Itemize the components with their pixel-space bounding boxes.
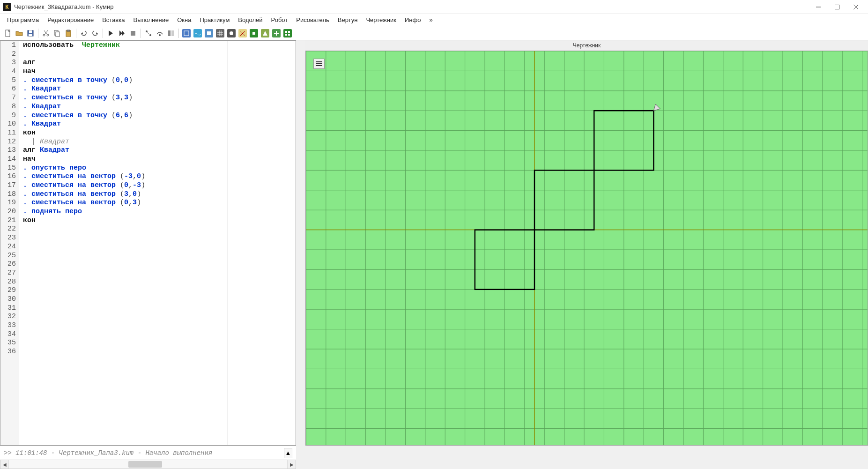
svg-rect-43	[285, 34, 287, 36]
status-bar: >> 11:01:48 - Чертежник_Папа3.kum - Нача…	[0, 446, 296, 460]
line-gutter: 1234567891011121314151617181920212223242…	[0, 41, 19, 445]
svg-point-34	[230, 31, 233, 35]
menu-item-11[interactable]: Инфо	[401, 15, 425, 25]
svg-rect-26	[168, 30, 171, 36]
menu-item-1[interactable]: Редактирование	[43, 15, 98, 25]
svg-marker-19	[109, 30, 113, 36]
copy-icon[interactable]	[52, 28, 62, 38]
scroll-thumb[interactable]	[128, 461, 162, 468]
menu-item-5[interactable]: Практикум	[195, 15, 234, 25]
redo-icon[interactable]	[90, 28, 100, 38]
menu-item-4[interactable]: Окна	[173, 15, 195, 25]
run-icon[interactable]	[105, 28, 116, 38]
code-editor[interactable]: 1234567891011121314151617181920212223242…	[0, 40, 296, 446]
scroll-track[interactable]	[9, 460, 287, 469]
cut-icon[interactable]	[41, 28, 51, 38]
paste-icon[interactable]	[63, 28, 74, 38]
new-file-icon[interactable]	[3, 28, 13, 38]
app-icon: К	[3, 3, 11, 11]
minimize-button[interactable]	[809, 0, 828, 14]
toolbar	[0, 26, 868, 40]
world2-icon[interactable]	[193, 28, 203, 38]
window-title: Чертежник_3Квадрата.kum - Кумир	[14, 3, 113, 10]
svg-rect-27	[171, 30, 174, 36]
menu-item-6[interactable]: Водолей	[234, 15, 267, 25]
world5-icon[interactable]	[226, 28, 237, 38]
undo-icon[interactable]	[79, 28, 89, 38]
world6-icon[interactable]	[237, 28, 248, 38]
drawing-canvas[interactable]	[305, 51, 868, 446]
svg-point-24	[149, 34, 151, 36]
status-text: >> 11:01:48 - Чертежник_Папа3.kum - Нача…	[4, 449, 212, 457]
svg-rect-16	[67, 30, 70, 31]
world1-icon[interactable]	[181, 28, 192, 38]
menu-item-3[interactable]: Выполнение	[129, 15, 173, 25]
save-icon[interactable]	[25, 28, 36, 38]
horizontal-scrollbar[interactable]: ◀ ▶	[0, 460, 296, 469]
hamburger-icon	[316, 61, 322, 66]
canvas-title: Чертежник	[305, 40, 868, 51]
svg-rect-22	[131, 31, 135, 36]
world4-icon[interactable]	[215, 28, 225, 38]
svg-rect-29	[207, 31, 211, 35]
step-over-icon[interactable]	[155, 28, 165, 38]
world3-icon[interactable]	[204, 28, 214, 38]
world7-icon[interactable]	[249, 28, 259, 38]
world10-icon[interactable]	[282, 28, 293, 38]
svg-rect-44	[288, 34, 290, 36]
menu-item-0[interactable]: Программа	[3, 15, 43, 25]
svg-rect-14	[56, 32, 59, 37]
close-button[interactable]	[846, 0, 865, 14]
menu-item-10[interactable]: Чертежник	[362, 15, 401, 25]
open-file-icon[interactable]	[14, 28, 24, 38]
titlebar: К Чертежник_3Квадрата.kum - Кумир	[0, 0, 868, 14]
svg-rect-42	[288, 31, 290, 33]
svg-marker-38	[263, 31, 267, 36]
svg-point-25	[159, 34, 161, 36]
menu-item-12[interactable]: »	[425, 15, 437, 25]
scroll-left-arrow[interactable]: ◀	[0, 460, 9, 469]
svg-line-12	[44, 30, 47, 35]
stop-icon[interactable]	[128, 28, 138, 38]
console-scroll-up[interactable]: ▲	[284, 448, 292, 458]
svg-rect-41	[285, 31, 287, 33]
svg-line-11	[45, 30, 48, 35]
step-into-icon[interactable]	[143, 28, 154, 38]
svg-rect-37	[252, 32, 255, 35]
world9-icon[interactable]	[271, 28, 282, 38]
step-icon[interactable]	[117, 28, 127, 38]
world8-icon[interactable]	[260, 28, 270, 38]
svg-rect-28	[184, 31, 189, 36]
svg-rect-1	[835, 5, 839, 9]
menu-item-7[interactable]: Робот	[267, 15, 292, 25]
svg-rect-7	[29, 30, 32, 33]
code-area[interactable]: использовать Чертежникалгнач. сместиться…	[19, 41, 228, 445]
maximize-button[interactable]	[828, 0, 846, 14]
svg-point-23	[146, 30, 148, 32]
svg-marker-21	[122, 30, 125, 36]
editor-margin	[228, 41, 296, 445]
svg-rect-8	[29, 34, 32, 36]
menu-item-9[interactable]: Вертун	[334, 15, 362, 25]
menubar: ПрограммаРедактированиеВставкаВыполнение…	[0, 14, 868, 26]
svg-marker-99	[653, 104, 660, 111]
canvas-menu-button[interactable]	[313, 59, 325, 69]
scroll-right-arrow[interactable]: ▶	[287, 460, 296, 469]
menu-item-8[interactable]: Рисователь	[292, 15, 333, 25]
menu-item-2[interactable]: Вставка	[98, 15, 129, 25]
toggle-icon[interactable]	[166, 28, 176, 38]
